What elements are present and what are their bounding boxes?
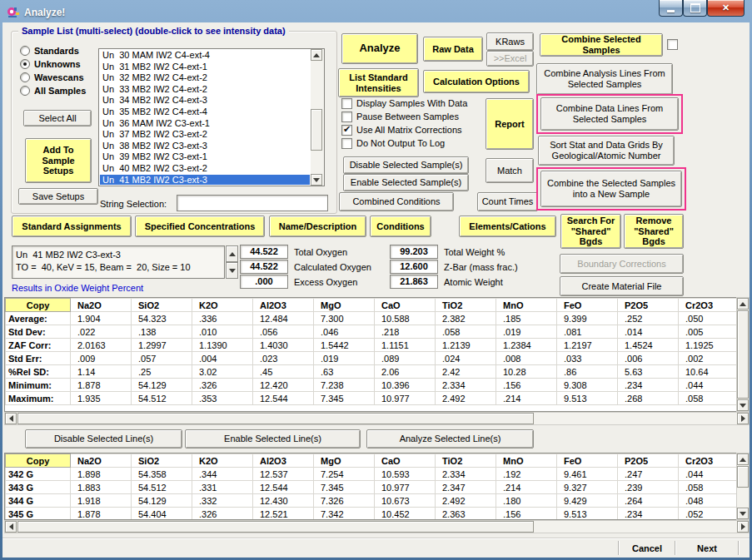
scroll-down-button[interactable] xyxy=(737,399,749,411)
grid-row-label[interactable]: 343 G xyxy=(6,481,71,494)
list-standard-intensities-button[interactable]: List Standard Intensities xyxy=(338,68,419,97)
grid-cell[interactable]: 3.02 xyxy=(192,365,253,379)
grid-cell[interactable]: .058 xyxy=(679,481,738,494)
grid-cell[interactable]: 1.2197 xyxy=(557,339,618,352)
add-to-sample-setups-button[interactable]: Add To Sample Setups xyxy=(25,138,92,183)
grid-column-header[interactable]: TiO2 xyxy=(436,454,496,468)
grid-cell[interactable]: 9.513 xyxy=(557,392,618,405)
scrollbar-thumb[interactable] xyxy=(737,310,749,399)
grid-row-label[interactable]: ZAF Corr: xyxy=(6,339,71,352)
scrollbar-thumb[interactable] xyxy=(311,109,322,151)
grid-cell[interactable]: .234 xyxy=(618,379,679,392)
grid-cell[interactable]: 1.1390 xyxy=(192,339,253,352)
scroll-left-button[interactable] xyxy=(5,521,17,533)
calculation-options-button[interactable]: Calculation Options xyxy=(423,70,530,93)
grid-copy-button[interactable]: Copy xyxy=(6,299,71,312)
grid-cell[interactable]: .058 xyxy=(679,392,738,405)
grid-column-header[interactable]: FeO xyxy=(557,299,618,312)
raw-data-button[interactable]: Raw Data xyxy=(423,37,483,62)
spin-down-button[interactable] xyxy=(226,262,238,279)
grid-cell[interactable]: .180 xyxy=(496,494,557,508)
grid-cell[interactable]: .002 xyxy=(679,352,738,365)
grid-cell[interactable]: 1.878 xyxy=(71,508,132,521)
search-shared-bgds-button[interactable]: Search For "Shared" Bgds xyxy=(560,214,621,249)
grid-cell[interactable]: 12.420 xyxy=(253,379,314,392)
scroll-up-button[interactable] xyxy=(737,298,749,310)
create-material-file-button[interactable]: Create Material File xyxy=(560,276,684,296)
grid-cell[interactable]: 7.345 xyxy=(314,481,375,494)
grid-column-header[interactable]: Cr2O3 xyxy=(679,299,738,312)
standard-assignments-button[interactable]: Standard Assignments xyxy=(12,216,132,237)
grid-cell[interactable]: .239 xyxy=(618,481,679,494)
grid-cell[interactable]: 10.977 xyxy=(375,392,436,405)
scroll-left-button[interactable] xyxy=(5,413,17,424)
grid-cell[interactable]: 2.363 xyxy=(436,508,496,521)
grid-cell[interactable]: .081 xyxy=(557,325,618,339)
grid-cell[interactable]: .004 xyxy=(192,352,253,365)
combine-new-sample-button[interactable]: Combine the Selected Samples into a New … xyxy=(540,171,682,207)
analyze-selected-lines-button[interactable]: Analyze Selected Line(s) xyxy=(366,429,534,448)
grid-cell[interactable]: 9.399 xyxy=(557,312,618,325)
grid-cell[interactable]: .033 xyxy=(557,352,618,365)
grid-cell[interactable]: 10.977 xyxy=(375,481,436,494)
disable-selected-lines-button[interactable]: Disable Selected Line(s) xyxy=(25,429,182,448)
grid-column-header[interactable]: MnO xyxy=(496,299,557,312)
grid-row-label[interactable]: 345 G xyxy=(6,508,71,521)
grid-cell[interactable]: 2.334 xyxy=(436,379,496,392)
grid-cell[interactable]: 54.404 xyxy=(132,508,192,521)
grid-row-label[interactable]: 344 G xyxy=(6,494,71,508)
grid-cell[interactable]: 1.898 xyxy=(71,468,132,481)
name-description-button[interactable]: Name/Description xyxy=(269,216,366,237)
grid-cell[interactable]: .252 xyxy=(618,312,679,325)
grid-column-header[interactable]: Na2O xyxy=(71,299,132,312)
grid-cell[interactable]: 7.342 xyxy=(314,508,375,521)
select-all-button[interactable]: Select All xyxy=(23,110,92,126)
grid-cell[interactable]: 7.254 xyxy=(314,468,375,481)
stats-grid-hscrollbar[interactable] xyxy=(4,412,750,425)
remove-shared-bgds-button[interactable]: Remove "Shared" Bgds xyxy=(624,214,684,249)
grid-cell[interactable]: .005 xyxy=(679,325,738,339)
count-times-button[interactable]: Count Times xyxy=(477,192,538,211)
grid-cell[interactable]: 12.484 xyxy=(253,312,314,325)
grid-cell[interactable]: 9.308 xyxy=(557,379,618,392)
grid-cell[interactable]: .056 xyxy=(253,325,314,339)
grid-cell[interactable]: .009 xyxy=(71,352,132,365)
grid-row-label[interactable]: %Rel SD: xyxy=(6,365,71,379)
combine-selected-samples-button[interactable]: Combine Selected Samples xyxy=(540,33,663,57)
data-grid-hscrollbar[interactable] xyxy=(4,520,750,533)
grid-cell[interactable]: .019 xyxy=(496,325,557,339)
grid-cell[interactable]: 10.396 xyxy=(375,379,436,392)
grid-cell[interactable]: .331 xyxy=(192,481,253,494)
grid-cell[interactable]: 10.593 xyxy=(375,468,436,481)
radio-all-samples[interactable]: All Samples xyxy=(20,85,86,97)
grid-cell[interactable]: .048 xyxy=(679,494,738,508)
scroll-up-button[interactable] xyxy=(737,453,749,465)
scroll-up-button[interactable] xyxy=(311,49,322,61)
grid-row-label[interactable]: Std Dev: xyxy=(6,325,71,339)
grid-cell[interactable]: .089 xyxy=(375,352,436,365)
sample-list-item[interactable]: Un 36 MAM IW2 C3-ext-1 xyxy=(100,118,310,130)
grid-cell[interactable]: 1.2997 xyxy=(132,339,192,352)
grid-cell[interactable]: .45 xyxy=(253,365,314,379)
grid-cell[interactable]: 1.2139 xyxy=(436,339,496,352)
grid-column-header[interactable]: Al2O3 xyxy=(253,299,314,312)
grid-cell[interactable]: .214 xyxy=(496,481,557,494)
sample-list-item[interactable]: Un 35 MB2 IW2 C4-ext-4 xyxy=(100,107,310,118)
grid-cell[interactable]: .156 xyxy=(496,379,557,392)
grid-row-label[interactable]: Minimum: xyxy=(6,379,71,392)
grid-cell[interactable]: .044 xyxy=(679,379,738,392)
string-selection-input[interactable] xyxy=(177,195,328,211)
grid-cell[interactable]: 1.904 xyxy=(71,312,132,325)
checkbox-use-all-matrix[interactable]: Use All Matrix Corrections xyxy=(341,124,462,136)
grid-row-label[interactable]: 342 G xyxy=(6,468,71,481)
grid-cell[interactable]: 1.2384 xyxy=(496,339,557,352)
grid-column-header[interactable]: Na2O xyxy=(71,454,132,468)
grid-cell[interactable]: .023 xyxy=(253,352,314,365)
sample-list-item[interactable]: Un 33 MB2 IW2 C4-ext-2 xyxy=(100,84,310,96)
sort-grids-button[interactable]: Sort Stat and Data Grids By Geological/A… xyxy=(538,136,675,166)
grid-cell[interactable]: 10.588 xyxy=(375,312,436,325)
grid-cell[interactable]: 2.334 xyxy=(436,468,496,481)
grid-cell[interactable]: 12.544 xyxy=(253,481,314,494)
grid-row-label[interactable]: Maximum: xyxy=(6,392,71,405)
grid-cell[interactable]: 9.327 xyxy=(557,481,618,494)
